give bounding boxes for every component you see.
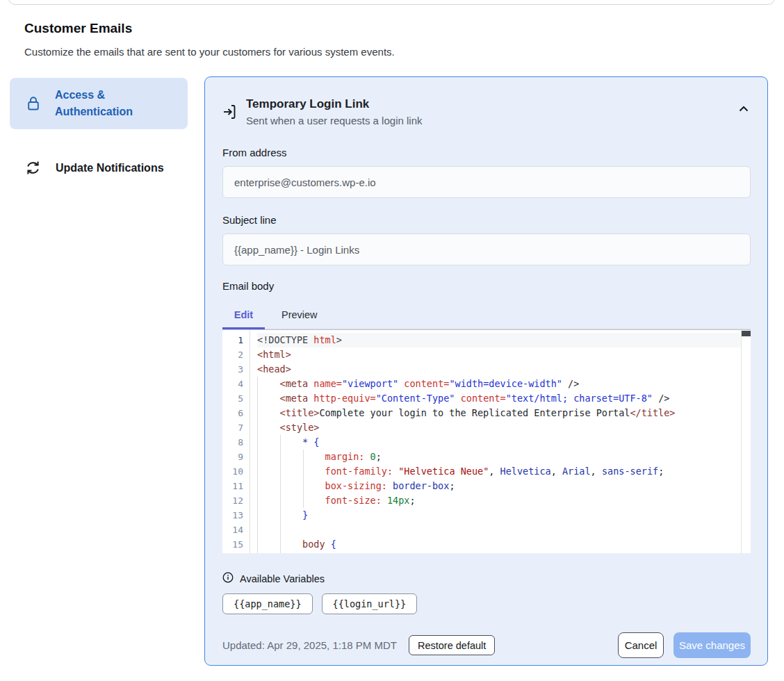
- restore-default-button[interactable]: Restore default: [409, 635, 495, 655]
- editor-scrollbar[interactable]: [741, 330, 751, 553]
- code-editor[interactable]: 12345678910111213141516 <!DOCTYPE html><…: [222, 329, 751, 553]
- variable-chip-app-name[interactable]: {{app_name}}: [222, 593, 313, 614]
- chevron-up-icon: [738, 105, 749, 115]
- customer-emails-page: Customer Emails Customize the emails tha…: [0, 0, 784, 681]
- temporary-login-link-card: Temporary Login Link Sent when a user re…: [204, 76, 768, 666]
- card-title: Temporary Login Link: [246, 97, 422, 111]
- variable-chip-login-url[interactable]: {{login_url}}: [322, 593, 418, 614]
- code-lines: <!DOCTYPE html><html><head> <meta name="…: [257, 333, 741, 553]
- lock-icon: [26, 95, 40, 112]
- sidebar-item-label: Update Notifications: [56, 162, 164, 174]
- email-body-label: Email body: [222, 279, 751, 293]
- available-variables-label: Available Variables: [240, 573, 325, 584]
- editor-scrollbar-thumb[interactable]: [742, 331, 751, 336]
- sidebar-item-access-authentication[interactable]: Access & Authentication: [10, 78, 188, 129]
- email-body-tabs: Edit Preview: [222, 304, 751, 329]
- variable-chips: {{app_name}} {{login_url}}: [222, 593, 751, 614]
- card-footer: Updated: Apr 29, 2025, 1:18 PM MDT Resto…: [222, 632, 751, 658]
- login-icon: [222, 103, 236, 128]
- collapse-button[interactable]: [738, 105, 749, 113]
- code-area: <!DOCTYPE html><html><head> <meta name="…: [250, 330, 741, 553]
- available-variables-row: Available Variables: [222, 572, 751, 586]
- sidebar-item-update-notifications[interactable]: Update Notifications: [10, 151, 188, 185]
- code-gutter: 12345678910111213141516: [222, 330, 250, 553]
- subject-line-input[interactable]: [222, 233, 751, 265]
- info-icon: [222, 572, 234, 586]
- tab-edit[interactable]: Edit: [222, 304, 265, 329]
- tab-preview[interactable]: Preview: [265, 304, 334, 329]
- previous-card-edge: [8, 0, 775, 5]
- updated-timestamp: Updated: Apr 29, 2025, 1:18 PM MDT: [222, 639, 397, 651]
- subject-line-label: Subject line: [222, 213, 751, 227]
- card-header: Temporary Login Link Sent when a user re…: [222, 97, 751, 128]
- page-subtitle: Customize the emails that are sent to yo…: [24, 46, 395, 58]
- from-address-label: From address: [222, 146, 751, 160]
- page-title: Customer Emails: [24, 21, 132, 36]
- from-address-input[interactable]: [222, 166, 751, 198]
- sidebar-item-label: Access & Authentication: [55, 87, 159, 120]
- refresh-icon: [25, 160, 41, 176]
- card-subtitle: Sent when a user requests a login link: [246, 114, 422, 128]
- sidebar: Access & Authentication Update Notificat…: [10, 78, 188, 185]
- save-changes-button[interactable]: Save changes: [673, 632, 751, 658]
- cancel-button[interactable]: Cancel: [618, 632, 664, 658]
